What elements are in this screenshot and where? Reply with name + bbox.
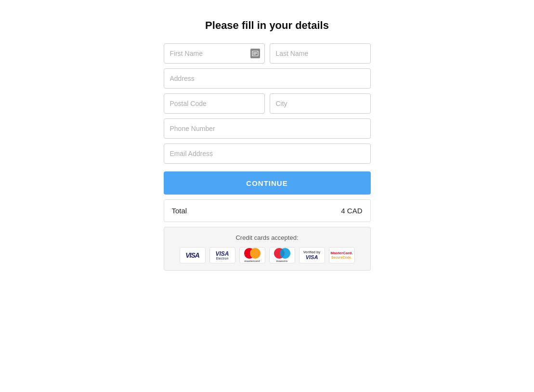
form-fields: CONTINUE [164, 43, 371, 195]
form-container: Please fill in your details [164, 19, 371, 271]
maestro-logo: maestro [269, 247, 295, 263]
address-input[interactable] [164, 68, 371, 89]
payment-box: Credit cards accepted: VISA VISA Electro… [164, 227, 371, 271]
mc-securecode-logo: MasterCard. SecureCode. [329, 247, 355, 263]
verified-by-visa-logo: Verified by VISA [299, 247, 325, 263]
phone-number-input[interactable] [164, 118, 371, 139]
last-name-wrapper [270, 43, 371, 64]
name-row [164, 43, 371, 64]
mastercard-logo: mastercard [239, 247, 265, 263]
total-box: Total 4 CAD [164, 199, 371, 222]
id-icon [250, 49, 260, 58]
last-name-input[interactable] [270, 43, 371, 64]
card-logos: VISA VISA Electron mastercard [180, 247, 355, 263]
visa-classic-logo: VISA [180, 247, 206, 263]
page-title: Please fill in your details [205, 19, 329, 32]
first-name-wrapper [164, 43, 265, 64]
credit-cards-label: Credit cards accepted: [235, 234, 298, 241]
visa-electron-logo: VISA Electron [209, 247, 235, 263]
email-address-input[interactable] [164, 144, 371, 164]
postal-city-row [164, 93, 371, 114]
continue-button[interactable]: CONTINUE [164, 171, 371, 195]
postal-code-input[interactable] [164, 93, 265, 114]
first-name-input[interactable] [164, 43, 265, 64]
total-value: 4 CAD [341, 207, 362, 215]
city-input[interactable] [270, 93, 371, 114]
total-label: Total [172, 207, 187, 215]
